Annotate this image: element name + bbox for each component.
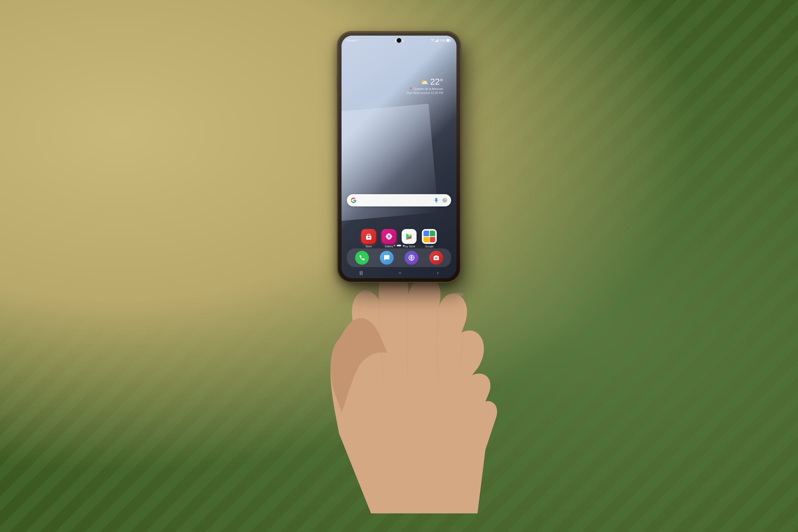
- google-label: Google: [425, 245, 434, 248]
- gallery-label: Gallery: [385, 245, 393, 248]
- google-grid-cell-2: [430, 231, 435, 236]
- camera-dock-icon: [429, 251, 443, 265]
- svg-rect-10: [451, 40, 451, 41]
- search-bar[interactable]: [347, 194, 451, 206]
- weather-widget[interactable]: ⛅ 22° 📍 Quartier de la Monnaie Rain like…: [406, 77, 443, 94]
- svg-rect-7: [438, 39, 439, 42]
- gallery-icon: [381, 229, 396, 244]
- play-store-icon: [402, 229, 417, 244]
- svg-rect-9: [446, 39, 449, 41]
- svg-point-0: [361, 290, 372, 294]
- page-dot-2: [397, 245, 401, 246]
- page-dots: [394, 245, 404, 246]
- dock-item-camera[interactable]: [429, 251, 443, 265]
- status-carrier-area: Orange F: [346, 39, 358, 42]
- svg-point-3: [454, 292, 463, 296]
- play-store-svg: [404, 232, 414, 241]
- google-lens-icon[interactable]: [442, 198, 448, 203]
- google-app-icon: [422, 229, 437, 244]
- battery-icon: [446, 39, 451, 42]
- browser-dock-icon: [404, 251, 418, 265]
- dock: [347, 248, 451, 267]
- browser-icon-svg: [408, 254, 415, 262]
- dock-item-browser[interactable]: [404, 251, 418, 265]
- carrier-label: Orange F: [346, 39, 358, 42]
- svg-rect-15: [368, 237, 369, 238]
- scene: Orange F 11:54: [0, 0, 798, 532]
- phone-frame: Orange F 11:54: [338, 32, 460, 282]
- recent-apps-button[interactable]: |||: [359, 270, 363, 275]
- navigation-bar: ||| ○ ‹: [342, 269, 456, 278]
- play-store-label: Play Store: [403, 245, 415, 248]
- camera-icon-svg: [433, 254, 440, 262]
- wifi-icon: [431, 39, 434, 42]
- weather-location: 📍 Quartier de la Monnaie: [406, 87, 443, 91]
- messages-dock-icon: [380, 251, 394, 265]
- messages-icon-svg: [383, 254, 391, 262]
- home-button[interactable]: ○: [399, 270, 401, 275]
- svg-point-32: [388, 236, 390, 237]
- weather-temperature: 22°: [431, 77, 443, 87]
- google-grid-cell-4: [430, 237, 435, 243]
- phone-screen: Orange F 11:54: [342, 36, 456, 278]
- gallery-svg: [384, 232, 394, 241]
- search-right-icons: [434, 198, 448, 203]
- page-dot-3: [403, 245, 404, 246]
- google-grid-cell-1: [423, 231, 429, 236]
- store-svg: [364, 232, 373, 241]
- google-grid: [422, 229, 437, 244]
- weather-description: Rain likely around 12:30 PM: [406, 91, 443, 94]
- status-icons-area: 73%: [431, 39, 451, 42]
- google-grid-cell-3: [423, 237, 429, 243]
- status-icons: 73%: [431, 39, 451, 42]
- phone-icon-svg: [358, 254, 366, 262]
- dock-item-phone[interactable]: [355, 251, 369, 265]
- app-item-samsung-store[interactable]: Store: [361, 229, 376, 248]
- back-button[interactable]: ‹: [437, 270, 438, 275]
- mic-icon[interactable]: [434, 198, 439, 203]
- page-dot-1: [394, 245, 395, 246]
- weather-temp-row: ⛅ 22°: [406, 77, 443, 87]
- phone-dock-icon: [355, 251, 369, 265]
- weather-icon: ⛅: [420, 78, 428, 86]
- svg-rect-6: [437, 39, 438, 42]
- signal-icon: [435, 39, 439, 42]
- svg-rect-4: [435, 41, 436, 42]
- samsung-store-icon: [361, 229, 376, 244]
- hand-phone-container: Orange F 11:54: [279, 21, 519, 500]
- app-item-google[interactable]: Google: [422, 229, 437, 248]
- google-g-logo: [350, 197, 357, 203]
- dock-item-messages[interactable]: [380, 251, 394, 265]
- svg-rect-5: [436, 40, 437, 42]
- front-camera: [397, 38, 401, 42]
- svg-point-38: [435, 258, 437, 259]
- battery-percent: 73%: [440, 39, 445, 42]
- samsung-store-label: Store: [365, 245, 372, 248]
- svg-point-13: [443, 198, 447, 203]
